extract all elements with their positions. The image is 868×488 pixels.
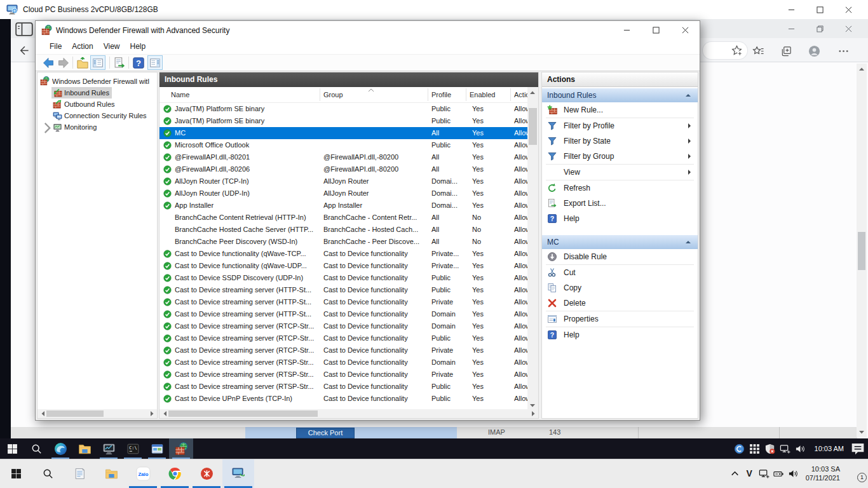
- remote-clock[interactable]: 10:03 AM: [808, 445, 850, 452]
- table-row[interactable]: BranchCache Content Retrieval (HTTP-In)B…: [159, 212, 527, 224]
- add-favorite-icon[interactable]: [731, 44, 743, 57]
- action-pane-toggle-button[interactable]: [147, 55, 163, 70]
- scrollbar-thumb[interactable]: [858, 232, 865, 270]
- up-level-button[interactable]: [76, 57, 89, 69]
- favorites-list-icon[interactable]: [752, 45, 764, 57]
- scrollbar-thumb[interactable]: [46, 410, 104, 417]
- firewall-close-button[interactable]: [670, 21, 700, 39]
- browser-back-icon[interactable]: [18, 44, 30, 57]
- column-profile[interactable]: Profile: [431, 87, 451, 102]
- collections-icon[interactable]: [780, 45, 792, 57]
- network-icon[interactable]: [778, 438, 793, 459]
- action-item-cut[interactable]: Cut: [542, 265, 698, 280]
- table-row[interactable]: Cast to Device streaming server (RTCP-St…: [159, 332, 527, 344]
- table-row[interactable]: Cast to Device streaming server (RTSP-St…: [159, 356, 527, 369]
- console-tree-toggle-button[interactable]: [90, 55, 105, 70]
- table-row[interactable]: Cast to Device streaming server (HTTP-St…: [159, 296, 527, 308]
- column-divider[interactable]: [428, 88, 428, 101]
- action-item-filter-by-profile[interactable]: Filter by Profile: [542, 118, 698, 133]
- tree-horizontal-scrollbar[interactable]: [37, 409, 157, 418]
- tree-item-inbound-rules[interactable]: Inbound Rules: [37, 87, 157, 98]
- taskbar-button-file-explorer[interactable]: [95, 459, 127, 488]
- blue-app-icon[interactable]: [732, 438, 747, 459]
- table-row[interactable]: Cast to Device functionality (qWave-UDP.…: [159, 260, 527, 272]
- edge-restore-button[interactable]: [806, 19, 834, 38]
- taskbar-button-zalo[interactable]: Zalo: [127, 459, 159, 488]
- tree-root-item[interactable]: Windows Defender Firewall witl: [37, 76, 157, 87]
- table-row[interactable]: @FirewallAPI.dll,-80201@FirewallAPI.dll,…: [159, 151, 527, 163]
- table-row[interactable]: BranchCache Peer Discovery (WSD-In)Branc…: [159, 236, 527, 248]
- list-horizontal-scrollbar[interactable]: [159, 409, 538, 418]
- action-item-properties[interactable]: Properties: [542, 311, 698, 327]
- volume-icon[interactable]: [793, 438, 808, 459]
- scroll-right-icon[interactable]: [528, 409, 538, 418]
- table-row[interactable]: Cast to Device functionality (qWave-TCP.…: [159, 248, 527, 260]
- scroll-down-icon[interactable]: [857, 427, 867, 437]
- action-item-disable-rule[interactable]: Disable Rule: [542, 249, 698, 264]
- edge-minimize-button[interactable]: [777, 19, 806, 38]
- vertical-tabs-icon[interactable]: [15, 22, 33, 36]
- defender-alert-icon[interactable]: [763, 438, 778, 459]
- table-row[interactable]: App InstallerApp InstallerDomai...YesAll…: [159, 200, 527, 212]
- menu-action[interactable]: Action: [67, 39, 98, 54]
- column-group[interactable]: Group: [323, 87, 343, 102]
- action-item-help[interactable]: ?Help: [542, 327, 698, 342]
- tree-item-outbound-rules[interactable]: Outbound Rules: [37, 98, 157, 110]
- table-row[interactable]: BranchCache Hosted Cache Server (HTTP...…: [159, 224, 527, 236]
- column-name[interactable]: Name: [171, 87, 189, 102]
- taskbar-button-remote-support-app[interactable]: [191, 459, 222, 488]
- column-action[interactable]: Action: [514, 87, 527, 102]
- taskbar-button-notepad[interactable]: [64, 459, 95, 488]
- action-center-icon[interactable]: 1: [845, 459, 867, 487]
- action-item-help[interactable]: ?Help: [542, 211, 698, 226]
- hidden-icons-chevron-icon[interactable]: [728, 459, 742, 487]
- taskbar-button-control-panel-app[interactable]: [145, 438, 169, 459]
- table-row[interactable]: Java(TM) Platform SE binaryPublicYesAllo…: [159, 115, 527, 127]
- table-row[interactable]: MCAllYesAllow: [159, 127, 527, 139]
- action-item-refresh[interactable]: Refresh: [542, 180, 698, 196]
- scroll-right-icon[interactable]: [147, 409, 157, 418]
- unikey-icon[interactable]: V: [742, 459, 757, 487]
- table-row[interactable]: Cast to Device streaming server (RTCP-St…: [159, 344, 527, 356]
- expand-chevron-icon[interactable]: [43, 122, 52, 132]
- column-divider[interactable]: [320, 88, 320, 101]
- menu-view[interactable]: View: [98, 39, 125, 54]
- volume-icon[interactable]: [786, 459, 801, 487]
- taskbar-button-firewall-console[interactable]: [169, 438, 193, 459]
- taskbar-button-search[interactable]: [32, 459, 64, 488]
- table-row[interactable]: Cast to Device streaming server (RTCP-St…: [159, 320, 527, 332]
- taskbar-button-search[interactable]: [24, 438, 48, 459]
- taskbar-button-chrome[interactable]: [159, 459, 191, 488]
- action-item-filter-by-state[interactable]: Filter by State: [542, 133, 698, 149]
- settings-menu-icon[interactable]: [837, 45, 850, 57]
- host-minimize-button[interactable]: [777, 0, 806, 19]
- profile-avatar-icon[interactable]: [808, 45, 820, 57]
- table-row[interactable]: Cast to Device UPnP Events (TCP-In)Cast …: [159, 393, 527, 405]
- firewall-maximize-button[interactable]: [641, 21, 670, 39]
- menu-file[interactable]: File: [44, 39, 67, 54]
- table-row[interactable]: Cast to Device streaming server (HTTP-St…: [159, 308, 527, 320]
- collapse-icon[interactable]: [685, 240, 691, 244]
- scroll-up-icon[interactable]: [527, 87, 538, 97]
- taskbar-button-remote-desktop-connection[interactable]: [222, 459, 254, 488]
- host-close-button[interactable]: [834, 0, 863, 19]
- collapse-icon[interactable]: [685, 93, 691, 97]
- list-vertical-scrollbar[interactable]: [527, 87, 538, 410]
- taskbar-button-command-prompt[interactable]: C:\: [121, 438, 145, 459]
- tree-item-monitoring[interactable]: Monitoring: [37, 121, 157, 133]
- firewall-minimize-button[interactable]: [612, 21, 641, 39]
- forward-button[interactable]: [57, 57, 70, 69]
- browser-scrollbar[interactable]: [857, 64, 867, 437]
- network-icon[interactable]: [757, 459, 771, 487]
- export-list-button[interactable]: [113, 57, 126, 69]
- column-divider[interactable]: [466, 88, 466, 101]
- scrollbar-thumb[interactable]: [168, 410, 318, 417]
- taskbar-button-task-manager[interactable]: [97, 438, 121, 459]
- table-row[interactable]: Cast to Device streaming server (RTSP-St…: [159, 381, 527, 393]
- table-row[interactable]: Java(TM) Platform SE binaryPublicYesAllo…: [159, 103, 527, 115]
- action-item-filter-by-group[interactable]: Filter by Group: [542, 149, 698, 164]
- taskbar-button-start[interactable]: [0, 438, 24, 459]
- action-item-copy[interactable]: Copy: [542, 280, 698, 295]
- taskbar-button-start[interactable]: [0, 459, 32, 488]
- table-row[interactable]: Microsoft Office OutlookPublicYesAllow: [159, 139, 527, 151]
